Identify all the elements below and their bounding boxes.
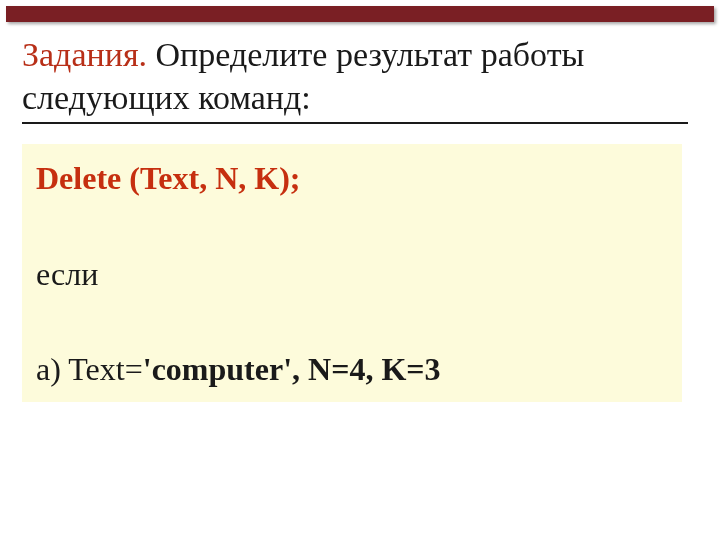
heading-accent: Задания (22, 36, 139, 73)
code-line-bold: 'computer', N=4, K=3 (143, 351, 441, 387)
heading-dot: . (139, 36, 148, 73)
code-block: Delete (Text, N, K); если a) Text='compu… (22, 144, 682, 402)
task-heading: Задания. Определите результат работы сле… (22, 34, 680, 119)
code-line-delete: Delete (Text, N, K); (36, 154, 668, 204)
heading-underline (22, 122, 688, 124)
code-line-if: если (36, 250, 668, 300)
code-line-params: a) Text='computer', N=4, K=3 (36, 345, 668, 395)
blank-line (36, 204, 668, 250)
code-line-prefix: a) Text= (36, 351, 143, 387)
decorative-top-bar (6, 6, 714, 22)
blank-line (36, 299, 668, 345)
slide: Задания. Определите результат работы сле… (0, 0, 720, 540)
